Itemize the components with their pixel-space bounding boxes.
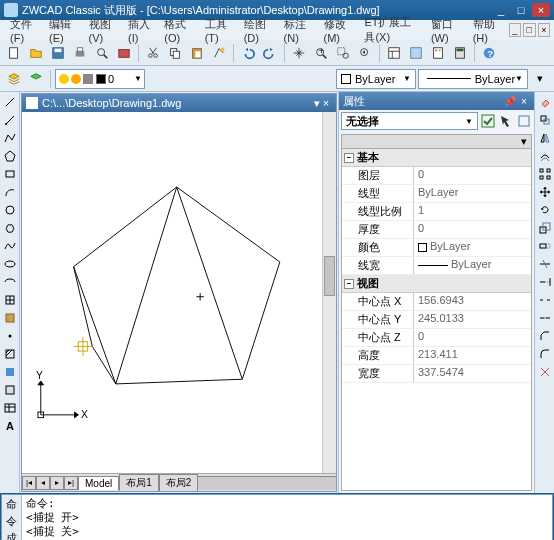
open-button[interactable] <box>26 43 46 63</box>
color-combo[interactable]: ByLayer ▼ <box>336 69 416 89</box>
zoom-win-button[interactable] <box>333 43 353 63</box>
menu-tools[interactable]: 工具(T) <box>199 15 238 46</box>
vertical-scrollbar[interactable] <box>322 112 336 473</box>
calc-button[interactable] <box>450 43 470 63</box>
doc-close-button[interactable]: × <box>320 97 332 109</box>
tab-layout2[interactable]: 布局2 <box>159 474 199 491</box>
region-tool[interactable] <box>2 382 18 398</box>
print-button[interactable] <box>70 43 90 63</box>
offset-tool[interactable] <box>537 148 553 164</box>
tab-last-button[interactable]: ▸| <box>64 476 78 490</box>
menu-modify[interactable]: 修改(M) <box>318 15 359 46</box>
text-tool[interactable]: A <box>2 418 18 434</box>
svg-rect-21 <box>389 47 400 58</box>
preview-button[interactable] <box>92 43 112 63</box>
mirror-tool[interactable] <box>537 130 553 146</box>
layer-states-button[interactable] <box>26 69 46 89</box>
zoom-rt-button[interactable]: + <box>311 43 331 63</box>
ellipse-arc-tool[interactable] <box>2 274 18 290</box>
tool-palette-button[interactable] <box>428 43 448 63</box>
maximize-button[interactable]: □ <box>512 3 530 17</box>
rect-tool[interactable] <box>2 166 18 182</box>
save-button[interactable] <box>48 43 68 63</box>
toggle-pickadd-button[interactable] <box>516 113 532 129</box>
new-button[interactable] <box>4 43 24 63</box>
menu-dim[interactable]: 标注(N) <box>278 15 318 46</box>
copy-button[interactable] <box>165 43 185 63</box>
move-tool[interactable] <box>537 184 553 200</box>
menu-view[interactable]: 视图(V) <box>83 15 122 46</box>
trim-tool[interactable] <box>537 256 553 272</box>
scale-tool[interactable] <box>537 220 553 236</box>
fillet-tool[interactable] <box>537 346 553 362</box>
drawing-canvas[interactable]: X Y <box>22 112 322 473</box>
copy-tool[interactable] <box>537 112 553 128</box>
menu-help[interactable]: 帮助(H) <box>467 15 507 46</box>
arc-tool[interactable] <box>2 184 18 200</box>
menu-window[interactable]: 窗口(W) <box>425 15 467 46</box>
zoom-prev-button[interactable] <box>355 43 375 63</box>
join-tool[interactable] <box>537 310 553 326</box>
erase-tool[interactable] <box>537 94 553 110</box>
gradient-tool[interactable] <box>2 364 18 380</box>
undo-button[interactable] <box>238 43 258 63</box>
spline-tool[interactable] <box>2 238 18 254</box>
quick-select-button[interactable] <box>480 113 496 129</box>
tab-model[interactable]: Model <box>78 476 119 490</box>
svg-text:+: + <box>318 46 324 56</box>
group-basic[interactable]: −基本 <box>342 149 531 167</box>
properties-grid[interactable]: ▾ −基本 图层0 线型ByLayer 线型比例1 厚度0 颜色ByLayer … <box>341 134 532 491</box>
tab-layout1[interactable]: 布局1 <box>119 474 159 491</box>
cut-button[interactable] <box>143 43 163 63</box>
circle-tool[interactable] <box>2 202 18 218</box>
group-view[interactable]: −视图 <box>342 275 531 293</box>
mdi-restore-button[interactable]: □ <box>523 23 535 37</box>
layer-combo[interactable]: 0 ▼ <box>55 69 145 89</box>
chamfer-tool[interactable] <box>537 328 553 344</box>
block-tool[interactable] <box>2 310 18 326</box>
stretch-tool[interactable] <box>537 238 553 254</box>
revcloud-tool[interactable] <box>2 220 18 236</box>
ray-tool[interactable] <box>2 112 18 128</box>
redo-button[interactable] <box>260 43 280 63</box>
selection-combo[interactable]: 无选择 ▼ <box>341 112 478 130</box>
pline-tool[interactable] <box>2 130 18 146</box>
ellipse-tool[interactable] <box>2 256 18 272</box>
tab-first-button[interactable]: |◂ <box>22 476 36 490</box>
linetype-combo[interactable]: ByLayer ▼ <box>418 69 528 89</box>
menu-file[interactable]: 文件(F) <box>4 15 43 46</box>
tab-next-button[interactable]: ▸ <box>50 476 64 490</box>
layer-manager-button[interactable] <box>4 69 24 89</box>
array-tool[interactable] <box>537 166 553 182</box>
mdi-close-button[interactable]: × <box>538 23 550 37</box>
point-tool[interactable] <box>2 328 18 344</box>
rotate-tool[interactable] <box>537 202 553 218</box>
menu-edit[interactable]: 编辑(E) <box>43 15 82 46</box>
menu-insert[interactable]: 插入(I) <box>122 15 158 46</box>
break-tool[interactable] <box>537 292 553 308</box>
tab-prev-button[interactable]: ◂ <box>36 476 50 490</box>
mdi-min-button[interactable]: _ <box>509 23 521 37</box>
insert-tool[interactable] <box>2 292 18 308</box>
lineweight-button[interactable]: ▾ <box>530 69 550 89</box>
design-center-button[interactable] <box>406 43 426 63</box>
properties-button[interactable] <box>384 43 404 63</box>
paste-button[interactable] <box>187 43 207 63</box>
match-button[interactable] <box>209 43 229 63</box>
hatch-tool[interactable] <box>2 346 18 362</box>
help-button[interactable]: ? <box>479 43 499 63</box>
polygon-tool[interactable] <box>2 148 18 164</box>
panel-close-button[interactable]: × <box>518 95 530 107</box>
line-tool[interactable] <box>2 94 18 110</box>
command-panel-handle[interactable]: 命令成 <box>2 495 22 540</box>
menu-format[interactable]: 格式(O) <box>158 15 198 46</box>
table-tool[interactable] <box>2 400 18 416</box>
panel-pin-button[interactable]: 📌 <box>504 95 516 107</box>
explode-tool[interactable] <box>537 364 553 380</box>
publish-button[interactable] <box>114 43 134 63</box>
close-button[interactable]: × <box>532 3 550 17</box>
pan-button[interactable] <box>289 43 309 63</box>
extend-tool[interactable] <box>537 274 553 290</box>
menu-draw[interactable]: 绘图(D) <box>238 15 278 46</box>
select-objects-button[interactable] <box>498 113 514 129</box>
